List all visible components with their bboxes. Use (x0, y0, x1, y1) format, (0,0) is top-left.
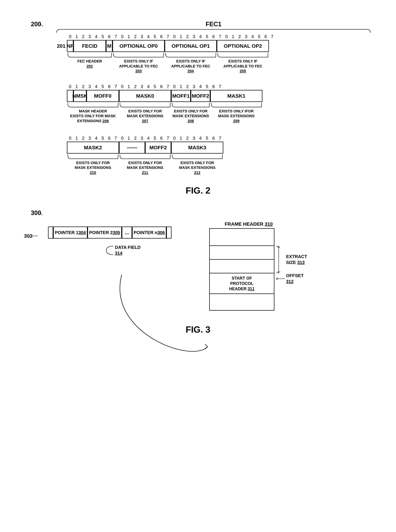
brace-211 (119, 154, 171, 160)
start-protocol-text: START OFPROTOCOLHEADER 311 (229, 275, 255, 292)
bit-7: 7 (112, 34, 119, 39)
bit-5: 5 (99, 34, 106, 39)
field-moff1: MOFF1 (171, 90, 191, 102)
fig2-title: FIG. 2 (21, 185, 375, 196)
brace-205 (217, 52, 269, 58)
fig3-300-arrow (31, 211, 45, 218)
bit-3: 3 (87, 34, 93, 39)
annotation-206: MASK HEADEREXISTS ONLY FOR MASKEXTENSION… (70, 109, 116, 124)
bit-6: 6 (106, 34, 112, 39)
extract-size-text: EXTRACTSIZE 313 (286, 254, 307, 266)
annotation-212: EXISTS ONLY FORMASK EXTENSIONS212 (179, 160, 215, 175)
bit-17: 1 (178, 34, 184, 39)
bit-18: 2 (184, 34, 191, 39)
brace-208 (171, 102, 210, 108)
fig3-curve-arrow (38, 264, 226, 367)
field-mask2: MASK2 (67, 142, 119, 154)
field-nmsk: NMSK (73, 90, 87, 102)
data-field-brace (105, 245, 115, 255)
bit-22: 6 (210, 34, 217, 39)
bit-12: 4 (145, 34, 151, 39)
bit-31: 7 (269, 34, 275, 39)
fec1-brace (55, 29, 372, 34)
page: 200 FEC1 0 1 2 (0, 0, 396, 532)
field-moff0: MOFF0 (87, 90, 119, 102)
row3-bits: 0123 4567 0123 4567 0123 4567 (67, 136, 375, 141)
fec1-section: FEC1 0 1 2 3 4 5 6 7 0 (55, 21, 375, 175)
bit-26: 2 (236, 34, 243, 39)
bit-2: 2 (80, 34, 87, 39)
field-op2: OPTIONAL OP2 (217, 40, 269, 52)
bit-0: 0 (67, 34, 73, 39)
field-op0: OPTIONAL OP0 (112, 40, 165, 52)
field-m: M (106, 40, 112, 52)
offset-arrow-tip (276, 277, 285, 280)
brace-209 (210, 102, 262, 108)
annotation-209: EXISTS ONLY IFORMASK EXTENSIONS209 (218, 109, 255, 124)
pointer2: POINTER 2305 (87, 226, 122, 239)
field-mask0: MASK0 (119, 90, 171, 102)
bit-24: 0 (223, 34, 230, 39)
bit-19: 3 (191, 34, 197, 39)
row2-fields: NMSK MOFF0 MASK0 MOFF1 MOFF2 MASK1 (67, 90, 375, 102)
frame-extract-top (209, 245, 274, 259)
bit-29: 5 (256, 34, 262, 39)
pointern: POINTER n306 (132, 226, 166, 239)
ref302-container: 302 (24, 233, 33, 239)
bit-15: 7 (165, 34, 171, 39)
fig3-diagram: 300 302 POINTER 1304 (21, 209, 375, 335)
svg-line-1 (40, 213, 42, 215)
pointer1: POINTER 1304 (53, 226, 87, 239)
bit-9: 1 (126, 34, 132, 39)
row1-fields: 201 NF FECID M OPTIONAL OP0 OPTIONAL OP1… (55, 40, 375, 52)
data-field-label-container: DATA FIELD314 (105, 245, 141, 256)
annotation-204: EXISTS ONLY IFAPPLICABLE TO FEC204 (171, 59, 210, 74)
brace-203 (112, 52, 165, 58)
bit-11: 3 (139, 34, 145, 39)
field-mask3: MASK3 (171, 142, 223, 154)
pointer-dots: ... (122, 226, 132, 239)
bit-25: 1 (230, 34, 236, 39)
bit-28: 4 (249, 34, 256, 39)
row2-annotations: MASK HEADEREXISTS ONLY FOR MASKEXTENSION… (67, 102, 375, 124)
bit-27: 3 (243, 34, 249, 39)
extract-size-arrow (276, 245, 285, 274)
bit-14: 6 (158, 34, 165, 39)
extract-size-container: EXTRACTSIZE 313 (276, 245, 307, 274)
field-op1: OPTIONAL OP1 (165, 40, 217, 52)
brace-206 (67, 102, 119, 108)
annotation-fec-header: FEC HEADER202 (77, 59, 102, 69)
offset-text: OFFSET312 (286, 273, 304, 284)
pointer-right-box (166, 226, 171, 239)
annotation-210: EXISTS ONLY FORMASK EXTENSIONS210 (75, 160, 111, 175)
bit-16: 0 (171, 34, 178, 39)
field-moff2a: MOFF2 (191, 90, 210, 102)
offset-container: OFFSET312 (276, 273, 304, 284)
brace-207 (119, 102, 171, 108)
bit-13: 5 (151, 34, 158, 39)
row3-annotations: EXISTS ONLY FORMASK EXTENSIONS210 EXISTS… (67, 154, 375, 175)
pointer-left-box (48, 226, 53, 239)
field-fecid: FECID (73, 40, 106, 52)
annotation-208: EXISTS ONLY FORMASK EXTENSIONS208 (173, 109, 209, 124)
svg-line-0 (40, 24, 43, 26)
row2-bits: 0123 4567 0123 4567 0123 4567 (67, 84, 375, 89)
bit-30: 6 (262, 34, 269, 39)
field-moff2b: MOFF2 (145, 142, 171, 154)
field-mask1: MASK1 (210, 90, 262, 102)
brace-fec-header (67, 52, 112, 58)
fig2-200-arrow (31, 22, 45, 29)
ref-201: 201 (57, 43, 65, 49)
bit-21: 5 (204, 34, 210, 39)
brace-210 (67, 154, 119, 160)
annotation-211: EXISTS ONLY FORMASK EXTENSIONS211 (127, 160, 163, 175)
annotation-203: EXISTS ONLY IFAPPLICABLE TO FEC203 (119, 59, 158, 74)
frame-top-section (209, 228, 274, 245)
bit-8: 0 (119, 34, 126, 39)
pointer-row: POINTER 1304 POINTER 2305 ... POINTER n3… (48, 226, 175, 239)
field-dash: —— (119, 142, 145, 154)
bit-10: 2 (132, 34, 139, 39)
brace-204 (165, 52, 217, 58)
fig2-diagram: 200 FEC1 0 1 2 (21, 21, 375, 196)
row3-fields: MASK2 —— MOFF2 MASK3 (67, 142, 375, 154)
